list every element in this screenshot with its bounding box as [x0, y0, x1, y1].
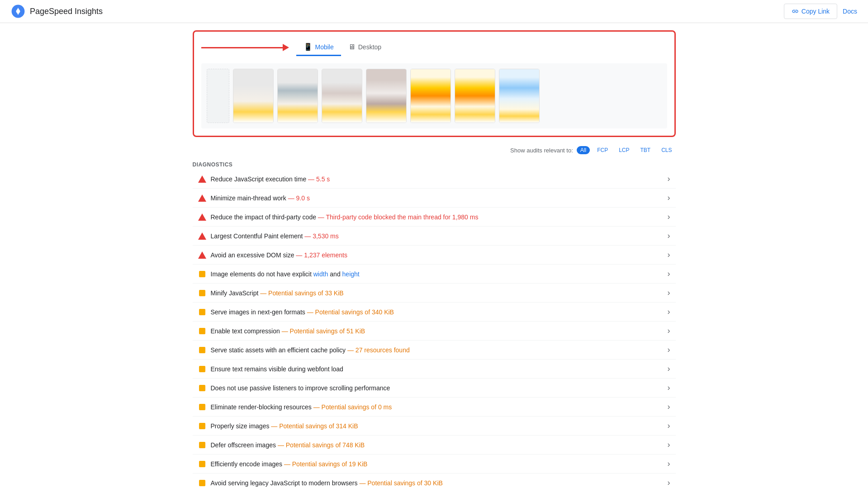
- audit-defer-text: Defer offscreen images — Potential savin…: [211, 441, 365, 449]
- mobile-icon: 📱: [304, 43, 313, 51]
- audit-cache-value: — 27 resources found: [347, 346, 410, 354]
- audit-passive-text: Does not use passive listeners to improv…: [211, 384, 390, 392]
- screenshot-thumb-3[interactable]: [322, 69, 362, 123]
- screenshots-strip: [201, 63, 667, 128]
- warning-icon-1: [198, 270, 206, 278]
- filter-tbt-button[interactable]: TBT: [636, 146, 654, 154]
- arrow-head: [283, 44, 289, 51]
- chevron-icon-14: ›: [668, 421, 670, 431]
- chevron-icon-1: ›: [668, 174, 670, 184]
- app-header: PageSpeed Insights Copy Link Docs: [0, 0, 868, 23]
- height-link[interactable]: height: [342, 270, 360, 278]
- filter-cls-button[interactable]: CLS: [658, 146, 675, 154]
- audit-legacy-js-value: — Potential savings of 30 KiB: [359, 479, 442, 487]
- audit-lcp-element[interactable]: Largest Contentful Paint element — 3,530…: [193, 227, 676, 246]
- audit-cache-policy[interactable]: Serve static assets with an efficient ca…: [193, 341, 676, 360]
- audit-webfont-left: Ensure text remains visible during webfo…: [198, 365, 668, 373]
- audit-minify-js[interactable]: Minify JavaScript — Potential savings of…: [193, 284, 676, 303]
- audit-webfont[interactable]: Ensure text remains visible during webfo…: [193, 360, 676, 379]
- audit-minimize-main-thread[interactable]: Minimize main-thread work — 9.0 s ›: [193, 189, 676, 208]
- audit-reduce-js-value: — 5.5 s: [308, 175, 330, 183]
- audit-next-gen-value: — Potential savings of 340 KiB: [307, 308, 394, 316]
- width-link[interactable]: width: [313, 270, 328, 278]
- error-icon-4: [198, 232, 206, 240]
- audit-efficiently-encode[interactable]: Efficiently encode images — Potential sa…: [193, 455, 676, 474]
- audit-legacy-js-text: Avoid serving legacy JavaScript to moder…: [211, 479, 443, 487]
- chevron-icon-5: ›: [668, 250, 670, 260]
- audit-properly-size-images[interactable]: Properly size images — Potential savings…: [193, 417, 676, 436]
- error-icon-2: [198, 194, 206, 202]
- diagnostics-section: DIAGNOSTICS Reduce JavaScript execution …: [193, 158, 676, 488]
- audit-render-blocking-left: Eliminate render-blocking resources — Po…: [198, 403, 668, 411]
- audit-properly-size-value: — Potential savings of 314 KiB: [271, 422, 358, 430]
- chevron-icon-12: ›: [668, 383, 670, 393]
- audit-defer-offscreen[interactable]: Defer offscreen images — Potential savin…: [193, 436, 676, 455]
- audit-defer-left: Defer offscreen images — Potential savin…: [198, 441, 668, 449]
- screenshot-thumb-2[interactable]: [277, 69, 318, 123]
- diagnostics-label: DIAGNOSTICS: [193, 158, 676, 170]
- warning-icon-2: [198, 289, 206, 297]
- header-right: Copy Link Docs: [784, 4, 857, 19]
- audit-dom-size[interactable]: Avoid an excessive DOM size — 1,237 elem…: [193, 246, 676, 265]
- screenshot-thumb-5[interactable]: [410, 69, 451, 123]
- arrow-annotation: [201, 44, 289, 51]
- warning-icon-12: [198, 479, 206, 487]
- warning-icon-8: [198, 403, 206, 411]
- audit-next-gen-left: Serve images in next-gen formats — Poten…: [198, 308, 668, 316]
- audit-reduce-js[interactable]: Reduce JavaScript execution time — 5.5 s…: [193, 170, 676, 189]
- audit-properly-size-text: Properly size images — Potential savings…: [211, 422, 358, 430]
- arrow-line: [201, 47, 283, 48]
- copy-link-button[interactable]: Copy Link: [784, 4, 837, 19]
- audit-minify-left: Minify JavaScript — Potential savings of…: [198, 289, 668, 297]
- audit-lcp-value: — 3,530 ms: [304, 232, 338, 240]
- filter-lcp-button[interactable]: LCP: [615, 146, 633, 154]
- show-audits-label: Show audits relevant to:: [510, 147, 573, 154]
- audit-render-blocking-text: Eliminate render-blocking resources — Po…: [211, 403, 392, 411]
- chevron-icon-7: ›: [668, 288, 670, 298]
- screenshot-thumb-4[interactable]: [366, 69, 407, 123]
- svg-point-1: [16, 9, 20, 13]
- audit-third-party-left: Reduce the impact of third-party code — …: [198, 213, 668, 221]
- audit-efficiently-encode-left: Efficiently encode images — Potential sa…: [198, 460, 668, 468]
- audit-minify-value: — Potential savings of 33 KiB: [260, 289, 343, 297]
- audit-minimize-value: — 9.0 s: [288, 194, 310, 202]
- audit-image-dimensions[interactable]: Image elements do not have explicit widt…: [193, 265, 676, 284]
- audit-properly-size-left: Properly size images — Potential savings…: [198, 422, 668, 430]
- audit-reduce-js-left: Reduce JavaScript execution time — 5.5 s: [198, 175, 668, 183]
- tab-mobile[interactable]: 📱 Mobile: [296, 39, 341, 56]
- audit-passive-listeners[interactable]: Does not use passive listeners to improv…: [193, 379, 676, 398]
- filter-all-button[interactable]: All: [577, 146, 590, 154]
- audit-third-party[interactable]: Reduce the impact of third-party code — …: [193, 208, 676, 227]
- audit-next-gen-text: Serve images in next-gen formats — Poten…: [211, 308, 394, 316]
- audit-text-compression-text: Enable text compression — Potential savi…: [211, 327, 365, 335]
- audit-legacy-js[interactable]: Avoid serving legacy JavaScript to moder…: [193, 474, 676, 488]
- audit-dom-left: Avoid an excessive DOM size — 1,237 elem…: [198, 251, 668, 259]
- audit-filter-row: Show audits relevant to: All FCP LCP TBT…: [193, 144, 676, 158]
- audit-efficiently-encode-value: — Potential savings of 19 KiB: [284, 460, 367, 468]
- audit-text-compression[interactable]: Enable text compression — Potential savi…: [193, 322, 676, 341]
- audit-image-dimensions-text: Image elements do not have explicit widt…: [211, 270, 360, 278]
- red-arrow: [201, 44, 289, 51]
- main-content: 📱 Mobile 🖥 Desktop: [185, 23, 683, 488]
- docs-link[interactable]: Docs: [843, 8, 857, 15]
- screenshot-thumb-1[interactable]: [233, 69, 274, 123]
- chevron-icon-2: ›: [668, 193, 670, 203]
- warning-icon-7: [198, 384, 206, 392]
- screenshot-thumb-6[interactable]: [455, 69, 495, 123]
- error-icon-1: [198, 175, 206, 183]
- device-section: 📱 Mobile 🖥 Desktop: [193, 30, 676, 137]
- screenshot-placeholder: [207, 69, 229, 123]
- warning-icon-10: [198, 441, 206, 449]
- chevron-icon-9: ›: [668, 326, 670, 336]
- app-title: PageSpeed Insights: [30, 7, 103, 16]
- audit-minimize-left: Minimize main-thread work — 9.0 s: [198, 194, 668, 202]
- filter-fcp-button[interactable]: FCP: [593, 146, 612, 154]
- screenshot-thumb-7[interactable]: [499, 69, 540, 123]
- audit-next-gen-images[interactable]: Serve images in next-gen formats — Poten…: [193, 303, 676, 322]
- tab-desktop[interactable]: 🖥 Desktop: [341, 39, 389, 56]
- audit-passive-left: Does not use passive listeners to improv…: [198, 384, 668, 392]
- chevron-icon-3: ›: [668, 212, 670, 222]
- chevron-icon-13: ›: [668, 402, 670, 412]
- desktop-icon: 🖥: [348, 43, 356, 51]
- audit-render-blocking[interactable]: Eliminate render-blocking resources — Po…: [193, 398, 676, 417]
